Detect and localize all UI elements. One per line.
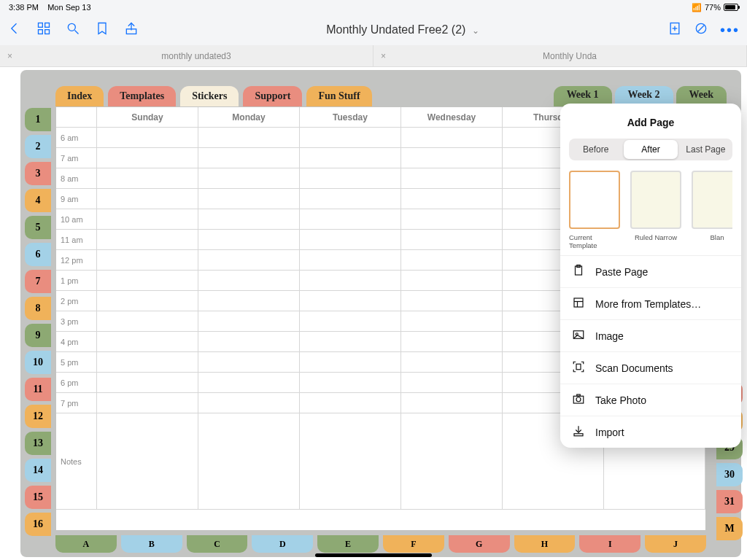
schedule-cell[interactable] — [401, 128, 503, 147]
number-tab[interactable]: 5 — [25, 216, 51, 239]
number-tab[interactable]: 15 — [25, 486, 51, 509]
schedule-cell[interactable] — [97, 311, 198, 331]
schedule-cell[interactable] — [97, 352, 198, 372]
document-title[interactable]: Monthly Undated Free2 (2) — [326, 23, 465, 36]
schedule-cell[interactable] — [97, 189, 198, 209]
schedule-cell[interactable] — [300, 128, 401, 147]
number-tab[interactable]: 13 — [25, 432, 51, 455]
schedule-cell[interactable] — [198, 128, 300, 147]
schedule-cell[interactable] — [198, 230, 300, 249]
popover-action[interactable]: Scan Documents — [560, 352, 741, 384]
schedule-cell[interactable] — [401, 250, 503, 270]
schedule-cell[interactable] — [300, 189, 401, 209]
popover-action[interactable]: Take Photo — [560, 384, 741, 416]
schedule-cell[interactable] — [401, 393, 503, 413]
schedule-cell[interactable] — [97, 128, 198, 147]
schedule-cell[interactable] — [198, 168, 300, 188]
thumb-blank[interactable]: Blan — [692, 171, 732, 249]
number-tab[interactable]: 6 — [25, 243, 51, 266]
top-tab[interactable]: Support — [243, 86, 302, 106]
eraser-button[interactable] — [694, 21, 708, 39]
close-icon[interactable]: × — [7, 51, 12, 61]
schedule-cell[interactable] — [97, 230, 198, 249]
schedule-cell[interactable] — [97, 168, 198, 188]
schedule-cell[interactable] — [97, 393, 198, 413]
add-page-button[interactable] — [667, 21, 682, 39]
segment-before[interactable]: Before — [569, 139, 622, 160]
schedule-cell[interactable] — [198, 148, 300, 168]
letter-tab[interactable]: I — [579, 535, 640, 553]
schedule-cell[interactable] — [401, 230, 503, 249]
schedule-cell[interactable] — [198, 393, 300, 413]
top-tab[interactable]: Stickers — [180, 86, 239, 106]
schedule-cell[interactable] — [300, 250, 401, 270]
schedule-cell[interactable] — [300, 271, 401, 290]
schedule-cell[interactable] — [300, 148, 401, 168]
schedule-cell[interactable] — [401, 168, 503, 188]
letter-tab[interactable]: E — [317, 535, 379, 553]
back-button[interactable] — [7, 21, 22, 39]
notes-cell[interactable] — [198, 413, 300, 509]
schedule-cell[interactable] — [401, 271, 503, 290]
schedule-cell[interactable] — [97, 332, 198, 351]
number-tab[interactable]: 9 — [25, 324, 51, 347]
popover-action[interactable]: Import — [560, 416, 741, 448]
schedule-cell[interactable] — [198, 271, 300, 290]
schedule-cell[interactable] — [401, 209, 503, 229]
schedule-cell[interactable] — [401, 311, 503, 331]
schedule-cell[interactable] — [300, 352, 401, 372]
schedule-cell[interactable] — [97, 148, 198, 168]
home-indicator[interactable] — [315, 553, 432, 557]
schedule-cell[interactable] — [198, 332, 300, 351]
schedule-cell[interactable] — [401, 148, 503, 168]
popover-action[interactable]: Paste Page — [560, 256, 741, 288]
thumb-ruled-narrow[interactable]: Ruled Narrow — [630, 171, 681, 249]
schedule-cell[interactable] — [97, 250, 198, 270]
letter-tab[interactable]: D — [252, 535, 313, 553]
schedule-cell[interactable] — [198, 352, 300, 372]
number-tab[interactable]: 30 — [716, 463, 743, 486]
schedule-cell[interactable] — [198, 373, 300, 392]
schedule-cell[interactable] — [198, 209, 300, 229]
schedule-cell[interactable] — [300, 209, 401, 229]
schedule-cell[interactable] — [401, 189, 503, 209]
letter-tab[interactable]: H — [514, 535, 576, 553]
schedule-cell[interactable] — [300, 291, 401, 311]
schedule-cell[interactable] — [401, 332, 503, 351]
number-tab[interactable]: 2 — [25, 135, 51, 158]
schedule-cell[interactable] — [300, 393, 401, 413]
schedule-cell[interactable] — [300, 168, 401, 188]
close-icon[interactable]: × — [381, 51, 386, 61]
schedule-cell[interactable] — [198, 250, 300, 270]
number-tab[interactable]: 10 — [25, 351, 51, 374]
popover-action[interactable]: More from Templates… — [560, 288, 741, 320]
schedule-cell[interactable] — [300, 311, 401, 331]
segment-after[interactable]: After — [624, 140, 677, 159]
bookmark-button[interactable] — [95, 21, 109, 39]
letter-tab[interactable]: C — [187, 535, 248, 553]
schedule-cell[interactable] — [401, 373, 503, 392]
letter-tab[interactable]: G — [449, 535, 510, 553]
schedule-cell[interactable] — [97, 271, 198, 290]
letter-tab[interactable]: A — [55, 535, 117, 553]
schedule-cell[interactable] — [97, 209, 198, 229]
thumbnails-button[interactable] — [36, 21, 51, 39]
number-tab[interactable]: 11 — [25, 378, 51, 401]
number-tab[interactable]: 12 — [25, 405, 51, 428]
popover-action[interactable]: Image — [560, 320, 741, 352]
document-tab[interactable]: × Monthly Unda — [374, 45, 747, 66]
number-tab[interactable]: 3 — [25, 162, 51, 185]
share-button[interactable] — [124, 21, 139, 39]
schedule-cell[interactable] — [300, 332, 401, 351]
schedule-cell[interactable] — [300, 230, 401, 249]
schedule-cell[interactable] — [198, 189, 300, 209]
schedule-cell[interactable] — [300, 373, 401, 392]
more-button[interactable]: ••• — [720, 22, 740, 39]
schedule-cell[interactable] — [198, 291, 300, 311]
schedule-cell[interactable] — [97, 373, 198, 392]
letter-tab[interactable]: F — [383, 535, 444, 553]
top-tab[interactable]: Index — [55, 86, 104, 106]
number-tab[interactable]: M — [716, 517, 743, 540]
schedule-cell[interactable] — [401, 352, 503, 372]
chevron-down-icon[interactable]: ⌄ — [472, 26, 479, 36]
